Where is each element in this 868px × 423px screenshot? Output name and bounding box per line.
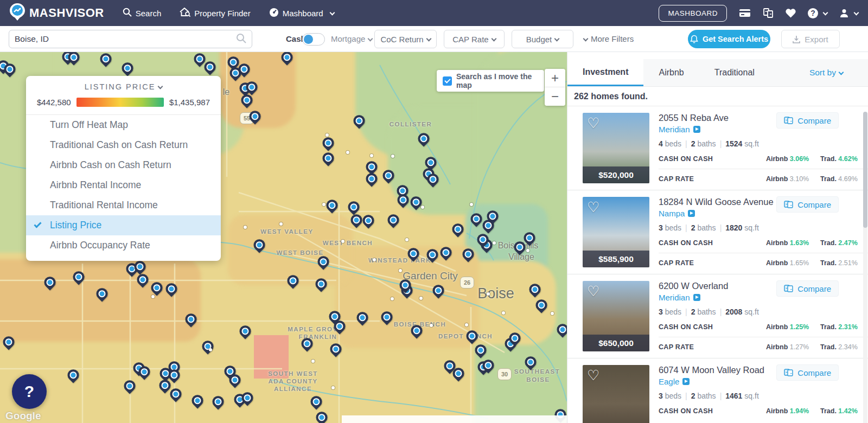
- map-dot-marker[interactable]: [326, 133, 329, 137]
- account-menu[interactable]: [839, 8, 858, 18]
- tab-airbnb[interactable]: Airbnb: [643, 59, 699, 86]
- map-dot-marker[interactable]: [551, 312, 554, 315]
- map-canvas[interactable]: COLLISTERleWEST VALLEYWEST BENCHWEST BOI…: [0, 52, 567, 423]
- heatmap-option[interactable]: Listing Price: [26, 215, 221, 235]
- map-dot-marker[interactable]: [493, 241, 496, 245]
- compare-button[interactable]: Compare: [776, 364, 839, 381]
- property-card[interactable]: ♡ $650,000 6200 W Overland Meridian 3 be…: [567, 274, 868, 358]
- location-search-box[interactable]: [9, 30, 252, 48]
- cap-rate-dropdown[interactable]: CAP Rate: [444, 30, 505, 48]
- compare-button[interactable]: Compare: [776, 196, 839, 213]
- mortgage-dropdown[interactable]: Mortgage: [331, 34, 372, 43]
- map-dot-marker[interactable]: [373, 258, 376, 261]
- external-link-icon: [688, 210, 695, 217]
- map-dot-marker[interactable]: [430, 324, 433, 327]
- map-dot-marker[interactable]: [419, 297, 423, 300]
- favorite-heart-icon[interactable]: ♡: [587, 199, 599, 216]
- nav-item-search-label: Search: [136, 9, 162, 18]
- map-dot-marker[interactable]: [465, 323, 468, 326]
- search-as-move-checkbox[interactable]: [443, 76, 452, 86]
- map-dot-marker[interactable]: [209, 348, 212, 351]
- map-dot-marker[interactable]: [322, 203, 326, 206]
- heatmap-option[interactable]: Traditional Cash on Cash Return: [26, 135, 221, 155]
- heart-icon[interactable]: [786, 9, 796, 18]
- map-dot-marker[interactable]: [346, 151, 349, 154]
- map-dot-marker[interactable]: [311, 360, 315, 363]
- cash-on-cash-row: CASH ON CASH Airbnb 1.63% Trad. 2.47%: [659, 239, 868, 247]
- property-card[interactable]: ♡ 6074 W Moon Valley Road Eagle 3 beds|2…: [567, 358, 868, 423]
- map-dot-marker[interactable]: [279, 222, 283, 226]
- external-link-icon: [693, 126, 700, 133]
- heatmap-option[interactable]: Airbnb Occupancy Rate: [26, 235, 221, 255]
- heatmap-title-dropdown[interactable]: LISTING PRICE: [37, 82, 210, 91]
- favorite-heart-icon[interactable]: ♡: [587, 115, 599, 132]
- property-photo[interactable]: ♡ $520,000: [583, 113, 649, 183]
- scrollbar-thumb[interactable]: [863, 112, 867, 228]
- search-as-move-label: Search as I move the map: [456, 72, 538, 89]
- cash-mortgage-toggle[interactable]: [302, 33, 325, 46]
- zoom-out-button[interactable]: −: [545, 87, 565, 106]
- brand-logo[interactable]: MASHVISOR: [10, 3, 104, 23]
- compare-pages-icon[interactable]: [763, 8, 774, 18]
- compare-button[interactable]: Compare: [776, 280, 839, 297]
- map-dot-marker[interactable]: [370, 154, 373, 157]
- heatmap-option[interactable]: Turn Off Heat Map: [26, 115, 221, 135]
- sort-by-dropdown[interactable]: Sort by: [809, 59, 843, 86]
- map-dot-marker[interactable]: [151, 295, 155, 298]
- external-link-icon: [682, 378, 690, 385]
- property-photo[interactable]: ♡: [583, 365, 649, 423]
- help-button[interactable]: ?: [12, 374, 47, 409]
- results-scrollbar[interactable]: [863, 158, 867, 423]
- tab-investment[interactable]: Investment: [567, 59, 643, 86]
- cash-on-cash-row: CASH ON CASH Airbnb 1.25% Trad. 2.31%: [659, 323, 868, 331]
- map-dot-marker[interactable]: [331, 386, 335, 389]
- mashboard-button[interactable]: MASHBOARD: [659, 5, 727, 22]
- map-dot-marker[interactable]: [421, 206, 424, 209]
- favorite-heart-icon[interactable]: ♡: [587, 283, 599, 300]
- coc-return-dropdown[interactable]: CoC Return: [374, 30, 437, 48]
- property-card[interactable]: ♡ $520,000 2055 N Reba Ave Meridian 4 be…: [567, 106, 868, 190]
- nav-item-mashboard[interactable]: Mashboard: [269, 8, 334, 19]
- house-search-icon: [180, 8, 190, 18]
- property-card[interactable]: ♡ $585,900 18284 N Wild Goose Avenue Nam…: [567, 190, 868, 274]
- map-dot-marker[interactable]: [341, 240, 344, 243]
- budget-dropdown[interactable]: Budget: [512, 30, 573, 48]
- map-label: Garden City: [403, 270, 457, 282]
- chevron-down-icon: [854, 10, 859, 15]
- map-dot-marker[interactable]: [470, 203, 473, 206]
- export-button[interactable]: Export: [781, 30, 840, 48]
- map-dot-marker[interactable]: [391, 297, 394, 300]
- heatmap-option[interactable]: Traditional Rental Income: [26, 195, 221, 215]
- get-search-alerts-button[interactable]: Get Search Alerts: [688, 30, 770, 48]
- property-photo[interactable]: ♡ $585,900: [583, 197, 649, 267]
- map-dot-marker[interactable]: [391, 155, 394, 158]
- favorite-heart-icon[interactable]: ♡: [587, 367, 599, 384]
- nav-item-search[interactable]: Search: [123, 8, 162, 18]
- map-dot-marker[interactable]: [244, 226, 247, 229]
- map-dot-marker[interactable]: [405, 238, 409, 241]
- search-icon[interactable]: [236, 33, 246, 46]
- map-dot-marker[interactable]: [502, 311, 505, 315]
- map-dot-marker[interactable]: [526, 249, 529, 252]
- heatmap-option[interactable]: Airbnb Rental Income: [26, 175, 221, 195]
- chevron-down-icon: [158, 84, 163, 89]
- billing-card-icon[interactable]: [739, 9, 751, 17]
- zoom-in-button[interactable]: +: [545, 69, 565, 87]
- heatmap-min-price: $442,580: [37, 98, 71, 107]
- tab-traditional[interactable]: Traditional: [699, 59, 770, 86]
- map-label: WEST BENCH: [323, 240, 373, 246]
- map-dot-marker[interactable]: [399, 269, 402, 272]
- map-label: WINSTEAD PARK: [368, 257, 431, 264]
- map-dot-marker[interactable]: [487, 292, 490, 296]
- google-attribution: Google: [5, 410, 41, 422]
- property-photo[interactable]: ♡ $650,000: [583, 281, 649, 351]
- search-icon: [123, 8, 132, 18]
- nav-item-property-finder-label: Property Finder: [194, 9, 250, 18]
- more-filters-button[interactable]: More Filters: [584, 34, 634, 43]
- nav-item-property-finder[interactable]: Property Finder: [180, 8, 250, 18]
- compare-button[interactable]: Compare: [776, 112, 839, 129]
- location-search-input[interactable]: [15, 34, 236, 44]
- help-menu[interactable]: ?: [808, 8, 827, 18]
- map-label: WEST VALLEY: [260, 228, 313, 235]
- heatmap-option[interactable]: Airbnb Cash on Cash Return: [26, 155, 221, 175]
